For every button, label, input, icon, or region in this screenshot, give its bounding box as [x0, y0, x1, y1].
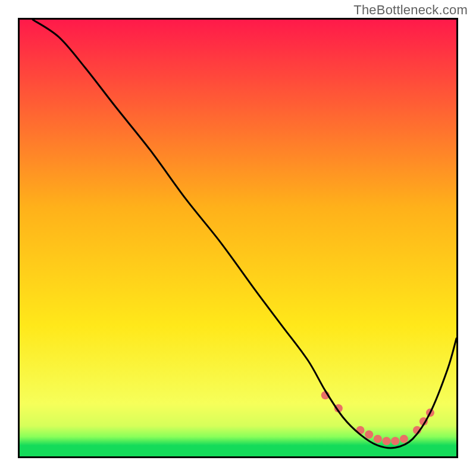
highlight-dot — [383, 437, 391, 445]
chart-svg — [20, 20, 456, 456]
watermark-text: TheBottleneck.com — [353, 2, 468, 18]
highlight-dot — [374, 435, 382, 443]
gradient-rect — [20, 20, 456, 456]
plot-area — [18, 18, 458, 458]
highlight-dot — [400, 435, 408, 443]
chart-container: TheBottleneck.com — [0, 0, 476, 476]
highlight-dot — [365, 430, 373, 439]
highlight-dot — [391, 437, 399, 445]
